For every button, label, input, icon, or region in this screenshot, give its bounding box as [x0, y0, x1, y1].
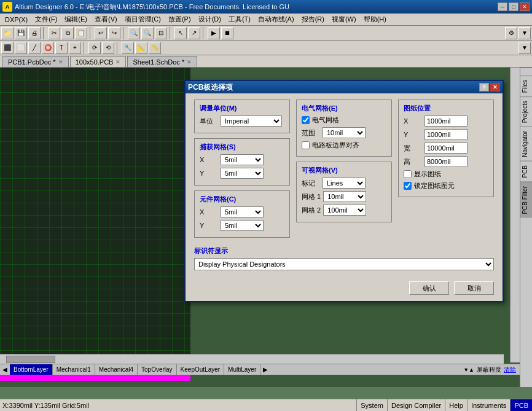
- tb2-3[interactable]: ╱: [28, 42, 41, 54]
- menu-autoroute[interactable]: 自动布线(A): [254, 14, 298, 25]
- horizontal-scrollbar[interactable]: [0, 354, 504, 364]
- sheet-h-input[interactable]: [424, 156, 467, 167]
- tb2-8[interactable]: ⟲: [102, 42, 114, 54]
- sheet-lock-checkbox[interactable]: [404, 182, 412, 190]
- maximize-button[interactable]: □: [509, 2, 518, 11]
- hscroll-thumb[interactable]: [6, 356, 55, 363]
- tb2-9[interactable]: 🔧: [122, 42, 134, 54]
- menu-report[interactable]: 报告(R): [298, 14, 328, 25]
- tab-pcb1-close[interactable]: ✕: [58, 59, 63, 65]
- layer-bottom[interactable]: BottomLayer: [10, 364, 53, 375]
- tb-zoom-out[interactable]: 🔍: [141, 27, 154, 39]
- tb-select[interactable]: ↖: [174, 27, 187, 39]
- tb2-7[interactable]: ⟳: [88, 42, 101, 54]
- tb-copy[interactable]: ⧉: [61, 27, 74, 39]
- right-tab-navigator[interactable]: Navigator: [520, 127, 532, 161]
- menu-view[interactable]: 查看(V): [91, 14, 121, 25]
- titlebar-controls[interactable]: ─ □ ✕: [498, 2, 530, 11]
- close-button[interactable]: ✕: [520, 2, 530, 11]
- status-help[interactable]: Help: [445, 399, 467, 412]
- layer-nav-right[interactable]: ▶: [260, 366, 270, 373]
- comp-x-select[interactable]: 5mil10mil25mil: [221, 206, 264, 217]
- vertical-scrollbar[interactable]: [510, 68, 520, 362]
- status-design-compiler[interactable]: Design Compiler: [387, 399, 445, 412]
- visible-grid1-select[interactable]: 5mil10mil25mil: [323, 191, 366, 202]
- tab-100x50-close[interactable]: ✕: [115, 59, 120, 65]
- layer-nav-left[interactable]: ◀: [0, 366, 10, 373]
- right-tab-filter[interactable]: PCB Filter: [520, 182, 532, 218]
- elec-range-select[interactable]: 5mil10mil25mil: [323, 127, 366, 138]
- tab-pcb1[interactable]: PCB1.PcbDoc * ✕: [2, 56, 69, 67]
- sheet-w-input[interactable]: [424, 143, 467, 154]
- sheet-show-checkbox[interactable]: [404, 170, 412, 178]
- unit-select[interactable]: Imperial Metric: [221, 115, 282, 127]
- sheet-x-input[interactable]: [424, 115, 467, 127]
- layer-top-overlay[interactable]: TopOverlay: [138, 364, 177, 375]
- tb-zoom-in[interactable]: 🔍: [128, 27, 140, 39]
- tb-undo[interactable]: ↩: [95, 27, 107, 39]
- tb-zoom-fit[interactable]: ⊡: [155, 27, 167, 39]
- tb2-1[interactable]: ⬛: [1, 42, 14, 54]
- tb2-2[interactable]: ⬜: [15, 42, 27, 54]
- visible-grid2-select[interactable]: 5mil10mil25mil50mil100mil: [323, 205, 366, 216]
- tab-sheet1-close[interactable]: ✕: [187, 59, 192, 65]
- right-tab-projects[interactable]: Projects: [520, 96, 532, 127]
- layer-keepout[interactable]: KeepOutLayer: [177, 364, 225, 375]
- sheet-y-row: Y: [404, 129, 488, 140]
- elec-grid-checkbox[interactable]: [302, 116, 310, 124]
- status-system[interactable]: System: [356, 399, 387, 412]
- tb-open[interactable]: 📁: [1, 27, 14, 39]
- tb2-6[interactable]: +: [69, 42, 81, 54]
- snap-y-select[interactable]: 5mil10mil25mil: [221, 168, 264, 179]
- ok-button[interactable]: 确认: [409, 281, 449, 295]
- tb-save[interactable]: 💾: [15, 27, 27, 39]
- sheet-x-row: X: [404, 115, 488, 127]
- sheet-y-input[interactable]: [424, 129, 467, 140]
- tb-stop[interactable]: ⏹: [221, 27, 233, 39]
- menu-help[interactable]: 帮助(H): [360, 14, 390, 25]
- comp-y-select[interactable]: 5mil10mil25mil: [221, 220, 264, 231]
- right-tab-pcb[interactable]: PCB: [520, 161, 532, 182]
- right-tab-files[interactable]: Files: [520, 76, 532, 96]
- tab-sheet1[interactable]: Sheet1.SchDoc * ✕: [127, 56, 197, 67]
- minimize-button[interactable]: ─: [498, 2, 507, 11]
- tb-paste[interactable]: 📋: [75, 27, 87, 39]
- tb-print[interactable]: 🖨: [28, 27, 41, 39]
- dialog-close-button[interactable]: ✕: [490, 83, 500, 92]
- tb-redo[interactable]: ↪: [108, 27, 120, 39]
- menu-dxp[interactable]: DXP(X): [1, 15, 31, 24]
- menu-file[interactable]: 文件(F): [31, 14, 61, 25]
- elec-align-checkbox[interactable]: [302, 141, 310, 149]
- tb-deselect[interactable]: ↗: [188, 27, 200, 39]
- tb-extra2[interactable]: ▼: [518, 27, 531, 39]
- dialog-controls[interactable]: ? ✕: [479, 83, 500, 92]
- designator-select[interactable]: Display Physical Designators Display Log…: [194, 258, 494, 270]
- right-tab-board[interactable]: 板板: [520, 68, 532, 76]
- tb-extra1[interactable]: ⚙: [505, 27, 517, 39]
- tb2-10[interactable]: 📐: [135, 42, 147, 54]
- layer-mech1[interactable]: Mechanical1: [53, 364, 95, 375]
- cancel-button[interactable]: 取消: [454, 281, 494, 295]
- tb2-11[interactable]: 📏: [149, 42, 161, 54]
- pcb-canvas[interactable]: [0, 68, 190, 362]
- visible-mark-select[interactable]: LinesDots: [323, 178, 366, 189]
- status-instruments[interactable]: Instruments: [467, 399, 510, 412]
- menu-window[interactable]: 视窗(W): [328, 14, 360, 25]
- menu-design[interactable]: 设计(D): [195, 14, 225, 25]
- layer-multi[interactable]: MultiLayer: [224, 364, 260, 375]
- menu-tools[interactable]: 工具(T): [225, 14, 254, 25]
- titlebar-left: A Altium Designer 6.0 - E:\电子\音响\LM1875\…: [2, 2, 289, 12]
- status-pcb[interactable]: PCB: [510, 399, 532, 412]
- menu-edit[interactable]: 编辑(E): [61, 14, 91, 25]
- snap-x-select[interactable]: 5mil10mil25mil: [221, 154, 264, 165]
- layer-mech4[interactable]: Mechanical4: [95, 364, 138, 375]
- tb2-5[interactable]: T: [55, 42, 68, 54]
- tb2-extra[interactable]: ▼: [518, 42, 531, 54]
- tb-cut[interactable]: ✂: [48, 27, 60, 39]
- tb-run[interactable]: ▶: [208, 27, 220, 39]
- menu-place[interactable]: 放置(P): [165, 14, 195, 25]
- tab-100x50[interactable]: 100x50.PCB ✕: [70, 56, 127, 67]
- tb2-4[interactable]: ⭕: [42, 42, 54, 54]
- menu-project[interactable]: 项目管理(C): [121, 14, 165, 25]
- dialog-help-button[interactable]: ?: [479, 83, 489, 92]
